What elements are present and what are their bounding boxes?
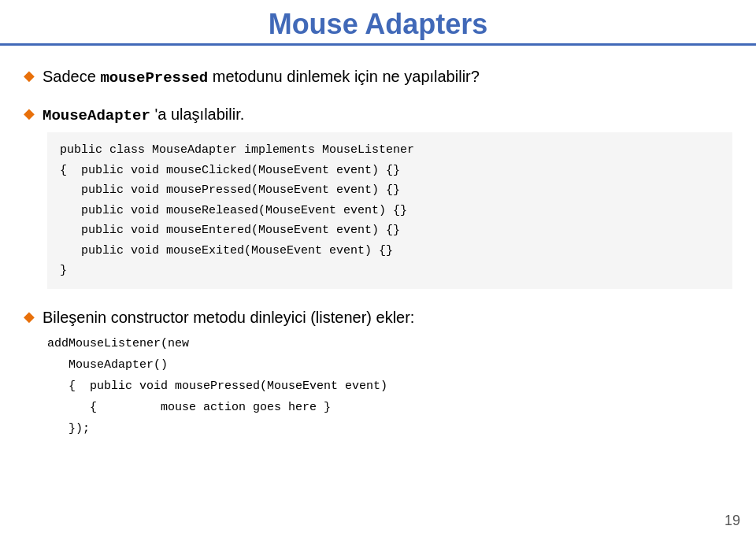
slide-content: ◆ Sadece mousePressed metodunu dinlemek …	[24, 51, 732, 513]
code-line-1-2: public void mousePressed(MouseEvent even…	[60, 180, 720, 201]
code-block-2: addMouseListener(new MouseAdapter() { pu…	[47, 333, 732, 439]
bullet1-mono-text: mousePressed	[100, 69, 208, 87]
code-block-1: public class MouseAdapter implements Mou…	[47, 132, 732, 289]
bullet1-normal-text: Sadece	[43, 68, 100, 85]
bullet-item-1: ◆ Sadece mousePressed metodunu dinlemek …	[24, 65, 732, 89]
bullet2-normal-text: 'a ulaşılabilir.	[150, 106, 244, 123]
bullet-item-2: ◆ MouseAdapter 'a ulaşılabilir.	[24, 103, 732, 127]
bullet-text-1: Sadece mousePressed metodunu dinlemek iç…	[43, 65, 480, 89]
code-line-1-5: public void mouseExited(MouseEvent event…	[60, 241, 720, 261]
top-border-line	[0, 43, 756, 46]
bullet-text-2: MouseAdapter 'a ulaşılabilir.	[43, 103, 244, 127]
code-line-2-3: { mouse action goes here }	[47, 397, 732, 418]
bullet-item-3: ◆ Bileşenin constructor metodu dinleyici…	[24, 306, 732, 328]
code-line-2-1: MouseAdapter()	[47, 354, 732, 376]
slide-title: Mouse Adapters	[0, 0, 756, 41]
code-line-1-3: public void mouseReleased(MouseEvent eve…	[60, 201, 720, 221]
bullet1-normal-text2: metodunu dinlemek için ne yapılabilir?	[208, 68, 480, 85]
bullet2-mono-text: MouseAdapter	[43, 107, 150, 124]
slide-container: Mouse Adapters ◆ Sadece mousePressed met…	[0, 0, 756, 537]
diamond-icon-3: ◆	[24, 308, 35, 325]
code-line-1-0: public class MouseAdapter implements Mou…	[60, 140, 720, 161]
bullet-text-3: Bileşenin constructor metodu dinleyici (…	[43, 306, 414, 328]
code-line-1-1: { public void mouseClicked(MouseEvent ev…	[60, 161, 720, 181]
code-line-1-4: public void mouseEntered(MouseEvent even…	[60, 220, 720, 241]
diamond-icon-2: ◆	[24, 105, 35, 122]
code-line-2-4: });	[47, 418, 732, 439]
code-line-2-0: addMouseListener(new	[47, 333, 732, 354]
diamond-icon-1: ◆	[24, 67, 35, 84]
code-line-1-6: }	[60, 261, 720, 281]
code-line-2-2: { public void mousePressed(MouseEvent ev…	[47, 376, 732, 397]
page-number: 19	[724, 513, 740, 529]
